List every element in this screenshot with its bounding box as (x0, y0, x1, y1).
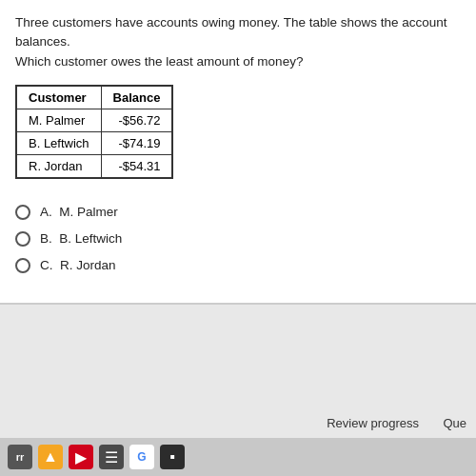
question-line1: Three customers have accounts owing mone… (15, 13, 461, 71)
cell-customer-2: B. Leftwich (17, 131, 102, 154)
que-label: Que (443, 416, 466, 430)
taskbar-icon-google[interactable]: G (129, 445, 154, 469)
table-row: R. Jordan -$54.31 (17, 154, 172, 177)
taskbar: rr ▲ ▶ ☰ G ▪ (0, 438, 476, 476)
table-row: M. Palmer -$56.72 (17, 109, 172, 131)
col-header-balance: Balance (101, 86, 172, 109)
option-c-label: C. R. Jordan (40, 258, 116, 272)
cell-balance-2: -$74.19 (101, 131, 172, 154)
taskbar-icon-triangle[interactable]: ▲ (38, 445, 63, 469)
option-a[interactable]: A. M. Palmer (15, 205, 461, 220)
radio-b[interactable] (15, 231, 30, 247)
cell-balance-3: -$54.31 (101, 154, 172, 177)
cell-customer-3: R. Jordan (17, 154, 102, 177)
options-container: A. M. Palmer B. B. Leftwich C. R. Jordan (15, 205, 461, 273)
cell-balance-1: -$56.72 (101, 109, 172, 131)
taskbar-icon-menu[interactable]: ☰ (99, 445, 124, 469)
radio-a[interactable] (15, 205, 30, 220)
main-content: Three customers have accounts owing mone… (0, 0, 476, 305)
radio-c[interactable] (15, 258, 30, 273)
table-row: B. Leftwich -$74.19 (17, 131, 172, 154)
cell-customer-1: M. Palmer (17, 109, 102, 131)
taskbar-icon-play[interactable]: ▶ (69, 445, 93, 469)
review-progress-button[interactable]: Review progress (327, 416, 419, 430)
option-b-label: B. B. Leftwich (40, 231, 122, 246)
table-container: Customer Balance M. Palmer -$56.72 B. Le… (15, 85, 173, 179)
option-c[interactable]: C. R. Jordan (15, 258, 461, 273)
option-b[interactable]: B. B. Leftwich (15, 231, 461, 247)
option-a-label: A. M. Palmer (40, 205, 118, 219)
taskbar-icon-dark[interactable]: ▪ (160, 445, 185, 469)
col-header-customer: Customer (17, 86, 102, 109)
bottom-area: Review progress Que rr ▲ ▶ ☰ G ▪ (0, 305, 476, 476)
taskbar-icon-rr[interactable]: rr (8, 445, 32, 469)
